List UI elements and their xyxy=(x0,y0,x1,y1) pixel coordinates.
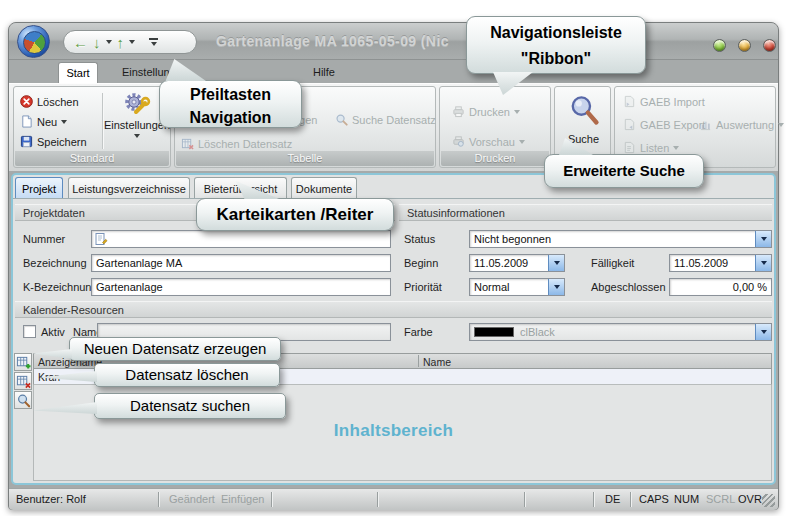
farbe-combo[interactable]: clBlack xyxy=(469,323,772,341)
callout-karteikarten: Karteikarten /Reiter xyxy=(196,198,394,231)
ribbon-tab-hilfe[interactable]: Hilfe xyxy=(303,62,345,83)
document-edit-icon xyxy=(94,232,108,246)
qat-overflow-icon[interactable] xyxy=(149,38,158,46)
auswertung-button[interactable]: Auswertung xyxy=(699,118,784,131)
ribbon-tabstrip: Start Einstellungen Hilfe xyxy=(9,60,778,83)
k-bezeichnung-input[interactable]: Gartenanlage xyxy=(91,278,391,296)
prioritaet-label: Priorität xyxy=(404,281,442,293)
search-record-label: Suche Datensatz xyxy=(352,114,436,126)
delete-record-ribbon-button[interactable]: Löschen Datensatz xyxy=(181,137,292,150)
maximize-button[interactable] xyxy=(738,39,751,52)
abgeschlossen-input[interactable]: 0,00 % xyxy=(669,278,772,296)
farbe-dropdown-button[interactable] xyxy=(755,324,771,340)
callout-datensatz-loeschen: Datensatz löschen xyxy=(94,363,280,387)
navigate-back-icon[interactable]: ← xyxy=(73,35,88,50)
bezeichnung-value: Gartenanlage MA xyxy=(96,257,182,269)
callout-ribbon-line1: Navigationsleiste xyxy=(467,20,645,46)
beginn-combo[interactable]: 11.05.2009 xyxy=(469,254,565,272)
k-bezeichnung-label: K-Bezeichnung xyxy=(23,281,98,293)
faelligkeit-combo[interactable]: 11.05.2009 xyxy=(669,254,772,272)
grid-delete-icon xyxy=(16,374,31,389)
prioritaet-combo[interactable]: Normal xyxy=(469,278,565,296)
down-dropdown-icon[interactable] xyxy=(106,40,112,44)
faelligkeit-value: 11.05.2009 xyxy=(674,257,728,269)
settings-icon xyxy=(123,91,151,119)
gaeb-export-icon xyxy=(623,118,636,131)
grid-search-button[interactable] xyxy=(14,391,32,409)
ribbon-tab-start[interactable]: Start xyxy=(58,62,98,83)
gaeb-import-button[interactable]: GAEB Import xyxy=(623,95,705,108)
preview-dropdown-icon[interactable] xyxy=(519,140,525,144)
print-button[interactable]: Drucken xyxy=(452,105,520,118)
nummer-input[interactable] xyxy=(91,230,391,248)
grid-add-icon xyxy=(16,355,31,370)
advanced-search-button[interactable]: Suche xyxy=(555,93,612,146)
preview-label: Vorschau xyxy=(469,136,515,148)
gaeb-export-label: GAEB Export xyxy=(640,119,705,131)
tab-dokumente[interactable]: Dokumente xyxy=(291,177,357,198)
grid-search-icon xyxy=(16,393,31,408)
settings-dropdown-icon[interactable] xyxy=(134,134,140,138)
ribbon-group-standard: Löschen Neu Speichern xyxy=(13,86,171,168)
statusbar-user: Benutzer: Rolf xyxy=(16,493,86,505)
group-label-drucken: Drucken xyxy=(441,151,549,166)
save-icon xyxy=(20,135,33,148)
statusbar-separator xyxy=(593,492,595,507)
grid-col-name[interactable]: Name xyxy=(419,356,451,368)
window-title: Gartenanlage MA 1065-05-09 (Nic xyxy=(216,33,449,49)
preview-button[interactable]: Vorschau xyxy=(452,135,525,148)
gaeb-export-button[interactable]: GAEB Export xyxy=(623,118,705,131)
bezeichnung-label: Bezeichnung xyxy=(23,257,87,269)
search-record-ribbon-button[interactable]: Suche Datensatz xyxy=(335,113,436,126)
status-combo[interactable]: Nicht begonnen xyxy=(469,230,772,248)
grid-add-button[interactable] xyxy=(14,353,32,371)
prioritaet-dropdown-button[interactable] xyxy=(548,279,564,295)
delete-icon xyxy=(20,95,33,108)
new-dropdown-icon[interactable] xyxy=(61,120,67,124)
callout-ribbon-line2: "Ribbon" xyxy=(467,46,645,72)
statusbar-ovr: OVR xyxy=(738,493,762,505)
aktiv-checkbox[interactable] xyxy=(23,325,36,338)
delete-button[interactable]: Löschen xyxy=(20,95,79,108)
section-kalender-resourcen: Kalender-Resourcen xyxy=(15,301,772,318)
listen-dropdown-icon[interactable] xyxy=(673,146,679,150)
navigate-up-icon[interactable]: ↑ xyxy=(117,35,125,50)
screenshot-canvas: ← ↓ ↑ Gartenanlage MA 1065-05-09 (Nic St… xyxy=(0,0,803,516)
statusbar-separator xyxy=(524,492,526,507)
bezeichnung-input[interactable]: Gartenanlage MA xyxy=(91,254,391,272)
print-dropdown-icon[interactable] xyxy=(514,110,520,114)
faelligkeit-label: Fälligkeit xyxy=(591,257,634,269)
new-button[interactable]: Neu xyxy=(20,115,67,128)
status-dropdown-button[interactable] xyxy=(755,231,771,247)
title-bar: ← ↓ ↑ Gartenanlage MA 1065-05-09 (Nic xyxy=(9,23,778,60)
beginn-dropdown-button[interactable] xyxy=(548,255,564,271)
auswertung-dropdown-icon[interactable] xyxy=(778,123,784,127)
statusbar-caps: CAPS xyxy=(639,493,669,505)
callout-neuer-datensatz: Neuen Datensatz erzeugen xyxy=(69,337,281,361)
listen-button[interactable]: Listen xyxy=(623,141,679,154)
tab-projekt[interactable]: Projekt xyxy=(15,177,63,198)
up-dropdown-icon[interactable] xyxy=(129,40,135,44)
group-label-tabelle: Tabelle xyxy=(176,151,434,166)
statusbar-separator xyxy=(271,492,273,507)
abgeschlossen-value: 0,00 % xyxy=(733,281,767,293)
navigate-down-icon[interactable]: ↓ xyxy=(93,35,101,50)
resize-grip[interactable] xyxy=(762,494,775,507)
grid-delete-button[interactable] xyxy=(14,372,32,390)
gaeb-import-icon xyxy=(623,95,636,108)
k-bezeichnung-value: Gartenanlage xyxy=(96,281,163,293)
statusbar-geaendert: Geändert xyxy=(169,493,215,505)
close-button[interactable] xyxy=(763,39,776,52)
save-button[interactable]: Speichern xyxy=(20,135,87,148)
minimize-button[interactable] xyxy=(713,39,726,52)
farbe-label: Farbe xyxy=(404,326,433,338)
faelligkeit-dropdown-button[interactable] xyxy=(755,255,771,271)
status-value: Nicht begonnen xyxy=(474,233,551,245)
app-logo-icon[interactable] xyxy=(17,25,50,58)
auswertung-label: Auswertung xyxy=(716,119,774,131)
tab-leistungsverzeichnisse[interactable]: Leistungsverzeichnisse xyxy=(68,177,190,198)
auswertung-icon xyxy=(699,118,712,131)
prioritaet-value: Normal xyxy=(474,281,509,293)
callout-ribbon: Navigationsleiste "Ribbon" xyxy=(466,16,646,74)
delete-record-icon xyxy=(181,137,194,150)
